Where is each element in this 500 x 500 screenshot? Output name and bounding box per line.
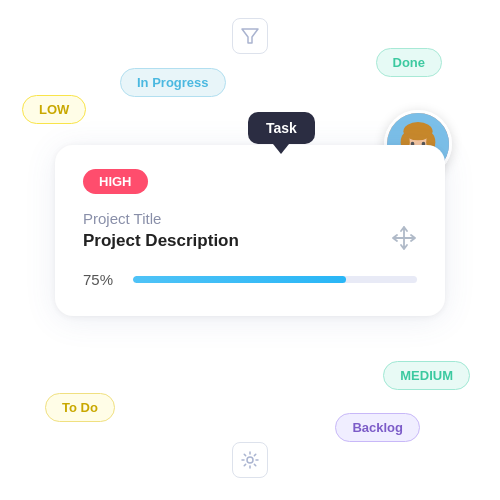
task-tooltip: Task — [248, 112, 315, 144]
label-backlog: Backlog — [335, 413, 420, 442]
label-todo: To Do — [45, 393, 115, 422]
svg-point-10 — [247, 457, 253, 463]
main-card: HIGH Project Title Project Description 7… — [55, 145, 445, 316]
progress-bar-background — [133, 276, 417, 283]
move-icon[interactable] — [391, 225, 417, 257]
label-done: Done — [376, 48, 443, 77]
filter-icon-wrap[interactable] — [232, 18, 268, 54]
progress-bar-fill — [133, 276, 346, 283]
gear-icon-wrap[interactable] — [232, 442, 268, 478]
progress-row: 75% — [83, 271, 417, 288]
label-medium: MEDIUM — [383, 361, 470, 390]
card-description: Project Description — [83, 231, 417, 251]
priority-badge: HIGH — [83, 169, 148, 194]
svg-marker-0 — [242, 29, 258, 43]
label-inprogress: In Progress — [120, 68, 226, 97]
card-title: Project Title — [83, 210, 417, 227]
label-low: LOW — [22, 95, 86, 124]
progress-percentage: 75% — [83, 271, 119, 288]
gear-icon — [241, 451, 259, 469]
filter-icon — [241, 27, 259, 45]
